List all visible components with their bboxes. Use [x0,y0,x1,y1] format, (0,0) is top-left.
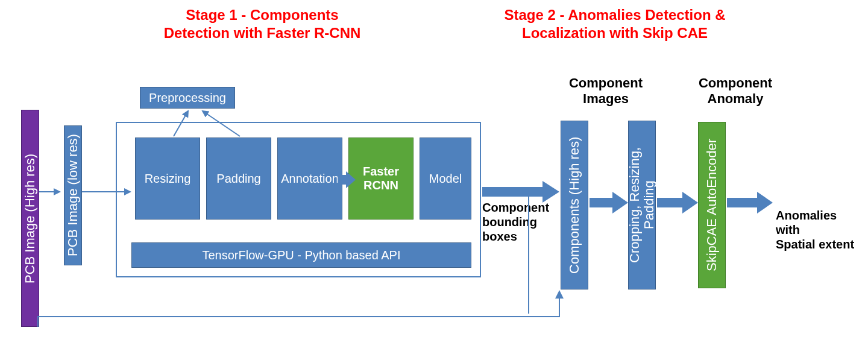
cropping-resizing-padding-bar: Cropping, Resizing,Padding [628,121,656,289]
arrow-cropping-to-skipcae [657,189,699,216]
stage1-title: Stage 1 - ComponentsDetection with Faste… [102,6,422,42]
svg-marker-4 [338,171,356,188]
svg-marker-8 [727,192,773,213]
svg-marker-6 [590,192,628,213]
preprocessing-box: Preprocessing [140,87,235,109]
svg-line-2 [174,111,188,136]
stage2-title: Stage 2 - Anomalies Detection &Localizat… [452,6,778,42]
component-anomaly-title: ComponentAnomaly [684,75,787,107]
output-anomalies-label: AnomalieswithSpatial extent [776,208,866,251]
svg-line-3 [203,111,240,136]
preprocessing-arrows [145,109,253,139]
connector-highres-to-components [29,193,590,332]
arrow-skipcae-to-output [727,189,774,216]
component-images-title: ComponentImages [555,75,657,107]
arrow-annot-to-rcnn [338,168,356,192]
svg-marker-7 [657,192,698,213]
connector-bbox-tee [524,193,533,314]
skipcae-autoencoder-bar: SkipCAE AutoEncoder [698,122,726,288]
arrow-components-to-cropping [590,189,629,216]
